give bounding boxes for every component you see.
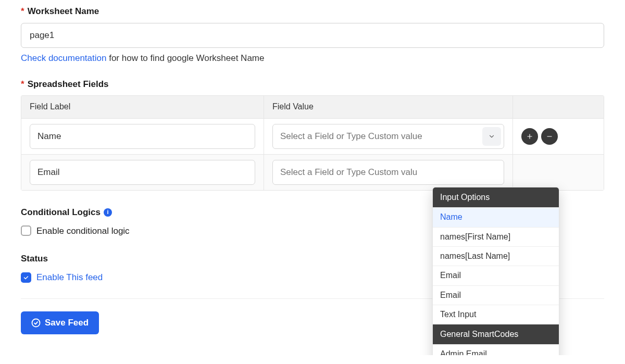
- header-field-label: Field Label: [21, 96, 264, 118]
- header-actions: [512, 96, 604, 118]
- enable-feed-checkbox[interactable]: [21, 272, 31, 283]
- field-value-select[interactable]: [272, 124, 504, 149]
- table-row: [21, 119, 604, 154]
- worksheet-name-label-text: Worksheet Name: [28, 5, 99, 18]
- worksheet-name-input[interactable]: [21, 23, 604, 48]
- chevron-down-icon[interactable]: [482, 127, 501, 146]
- remove-row-button[interactable]: [541, 128, 558, 145]
- worksheet-name-group: * Worksheet Name Check documentation for…: [21, 5, 604, 65]
- spreadsheet-fields-label-text: Spreadsheet Fields: [28, 78, 109, 91]
- table-row: Input OptionsNamenames[First Name]names[…: [21, 154, 604, 190]
- table-header: Field Label Field Value: [21, 96, 604, 118]
- save-feed-button[interactable]: Save Feed: [21, 311, 99, 334]
- add-row-button[interactable]: [521, 128, 538, 145]
- dropdown-group-header: Input Options: [433, 187, 559, 207]
- dropdown-item[interactable]: Text Input: [433, 305, 559, 324]
- dropdown-item[interactable]: Name: [433, 207, 559, 227]
- enable-conditional-logic-label: Enable conditional logic: [36, 225, 130, 237]
- spreadsheet-fields-table: Field Label Field Value: [21, 95, 604, 190]
- field-options-dropdown: Input OptionsNamenames[First Name]names[…: [432, 187, 559, 355]
- svg-point-3: [32, 319, 40, 327]
- dropdown-item[interactable]: Email: [433, 285, 559, 305]
- field-value-select[interactable]: [272, 160, 504, 185]
- conditional-heading-text: Conditional Logics: [21, 206, 101, 219]
- spreadsheet-fields-group: * Spreadsheet Fields Field Label Field V…: [21, 78, 604, 191]
- status-heading-text: Status: [21, 253, 48, 265]
- spreadsheet-fields-label: * Spreadsheet Fields: [21, 78, 604, 91]
- field-label-input[interactable]: [30, 160, 255, 185]
- info-icon[interactable]: i: [104, 208, 112, 217]
- dropdown-group-header: General SmartCodes: [433, 324, 559, 344]
- dropdown-item[interactable]: names[Last Name]: [433, 246, 559, 266]
- worksheet-name-label: * Worksheet Name: [21, 5, 604, 18]
- header-field-value: Field Value: [264, 96, 512, 118]
- dropdown-item[interactable]: Email: [433, 266, 559, 285]
- worksheet-hint-rest: for how to find google Worksheet Name: [106, 53, 264, 63]
- check-circle-icon: [31, 318, 41, 328]
- enable-feed-label: Enable This feed: [36, 271, 103, 284]
- check-documentation-link[interactable]: Check documentation: [21, 53, 106, 63]
- enable-conditional-logic-checkbox[interactable]: [21, 225, 31, 236]
- worksheet-hint: Check documentation for how to find goog…: [21, 52, 604, 65]
- dropdown-item[interactable]: names[First Name]: [433, 227, 559, 246]
- required-star: *: [21, 5, 24, 18]
- field-label-input[interactable]: [30, 124, 255, 149]
- save-feed-label: Save Feed: [45, 318, 89, 328]
- dropdown-item[interactable]: Admin Email: [433, 344, 559, 355]
- required-star: *: [21, 78, 24, 91]
